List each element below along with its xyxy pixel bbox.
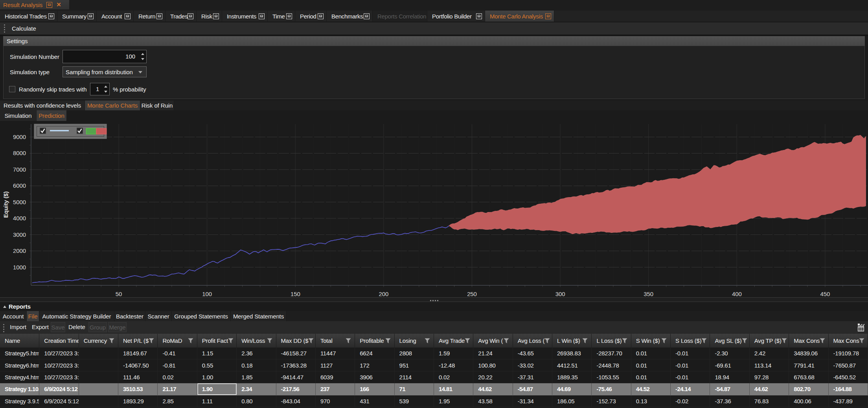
svg-text:1000: 1000 (13, 264, 26, 271)
svg-text:400: 400 (732, 291, 742, 297)
svg-text:6000: 6000 (13, 182, 26, 189)
svg-text:8000: 8000 (13, 150, 26, 156)
svg-text:3000: 3000 (13, 231, 26, 238)
svg-text:2000: 2000 (13, 247, 26, 254)
svg-text:450: 450 (820, 291, 830, 297)
svg-text:250: 250 (467, 291, 477, 297)
svg-text:5000: 5000 (13, 199, 26, 205)
svg-text:300: 300 (555, 291, 565, 297)
svg-text:7000: 7000 (13, 166, 26, 173)
svg-text:Equity ($): Equity ($) (2, 191, 9, 218)
svg-text:100: 100 (202, 291, 212, 297)
svg-text:50: 50 (116, 291, 122, 297)
svg-text:350: 350 (644, 291, 653, 297)
svg-text:200: 200 (379, 291, 389, 297)
svg-text:150: 150 (291, 291, 300, 297)
svg-text:9000: 9000 (13, 134, 26, 140)
svg-text:4000: 4000 (13, 215, 26, 221)
